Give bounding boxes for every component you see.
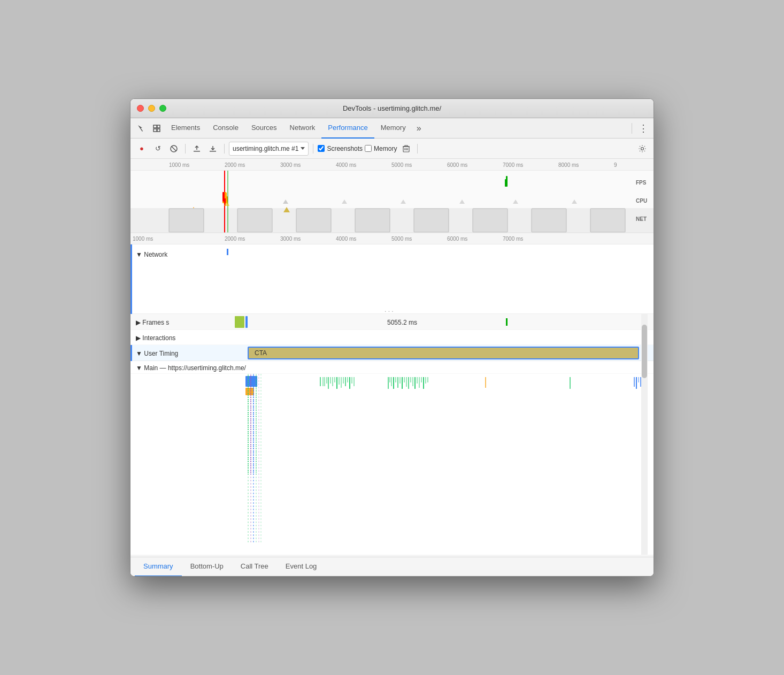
- svg-text:3000 ms: 3000 ms: [280, 162, 301, 168]
- svg-rect-41: [237, 209, 272, 232]
- svg-text:CPU: CPU: [636, 198, 647, 204]
- scrollable-section: ▶ Frames s 5055.2 ms ▶ Interactions: [130, 314, 654, 576]
- detail-svg: ▶ Frames s 5055.2 ms ▶ Interactions: [130, 314, 654, 557]
- svg-rect-94: [506, 318, 508, 326]
- svg-text:2000 ms: 2000 ms: [225, 236, 245, 242]
- toolbar-divider-1: [185, 144, 186, 154]
- window-title: DevTools - usertiming.glitch.me/: [343, 104, 441, 112]
- svg-rect-39: [130, 208, 654, 233]
- svg-text:4000 ms: 4000 ms: [336, 236, 356, 242]
- svg-text:. . .: . . .: [385, 306, 394, 313]
- settings-button[interactable]: [635, 142, 649, 156]
- screenshots-label: Screenshots: [327, 145, 363, 152]
- screenshots-checkbox[interactable]: [318, 145, 325, 152]
- download-button[interactable]: [206, 142, 220, 156]
- svg-text:1000 ms: 1000 ms: [169, 162, 189, 168]
- tab-more[interactable]: »: [412, 124, 426, 133]
- svg-rect-44: [414, 209, 449, 232]
- svg-text:7000 ms: 7000 ms: [503, 236, 523, 242]
- svg-rect-34: [130, 189, 654, 208]
- tab-event-log[interactable]: Event Log: [277, 557, 326, 577]
- svg-text:3000 ms: 3000 ms: [280, 236, 301, 242]
- tab-list: Elements Console Sources Network Perform…: [165, 118, 628, 139]
- svg-rect-100: [130, 345, 132, 361]
- tab-performance[interactable]: Performance: [321, 118, 374, 139]
- svg-rect-54: [222, 192, 225, 202]
- tab-network[interactable]: Network: [283, 118, 322, 139]
- svg-rect-55: [506, 176, 508, 187]
- svg-rect-102: [248, 347, 639, 359]
- svg-rect-110: [245, 388, 254, 395]
- svg-rect-109: [245, 376, 257, 387]
- record-button[interactable]: ●: [135, 142, 149, 156]
- reload-button[interactable]: ↺: [151, 142, 165, 156]
- svg-text:4000 ms: 4000 ms: [336, 162, 356, 168]
- tab-bottom-up[interactable]: Bottom-Up: [182, 557, 232, 577]
- svg-text:5000 ms: 5000 ms: [391, 236, 412, 242]
- tab-summary[interactable]: Summary: [135, 557, 182, 577]
- svg-line-5: [172, 147, 176, 151]
- svg-rect-47: [590, 209, 625, 232]
- profile-select[interactable]: usertiming.glitch.me #1: [229, 142, 309, 156]
- devtools-tab-bar: Elements Console Sources Network Perform…: [130, 118, 654, 139]
- svg-rect-6: [194, 151, 200, 152]
- tab-sources[interactable]: Sources: [245, 118, 283, 139]
- memory-group: Memory: [365, 145, 397, 152]
- svg-text:▼ Network: ▼ Network: [136, 251, 168, 258]
- inspect-icon[interactable]: [149, 121, 164, 136]
- svg-rect-81: [130, 244, 654, 314]
- overview-svg: 1000 ms 2000 ms 3000 ms 4000 ms 5000 ms …: [130, 159, 654, 314]
- tab-memory[interactable]: Memory: [374, 118, 412, 139]
- bottom-tabs: Summary Bottom-Up Call Tree Event Log: [130, 557, 654, 576]
- tab-console[interactable]: Console: [206, 118, 245, 139]
- traffic-lights: [137, 105, 166, 112]
- svg-text:▼ Main — https://usertiming.gl: ▼ Main — https://usertiming.glitch.me/: [136, 364, 247, 372]
- svg-rect-95: [130, 330, 654, 345]
- delete-button[interactable]: [399, 142, 413, 156]
- svg-rect-108: [130, 374, 654, 481]
- close-button[interactable]: [137, 105, 144, 112]
- svg-text:5055.2 ms: 5055.2 ms: [387, 319, 417, 326]
- kebab-menu[interactable]: ⋮: [635, 122, 651, 134]
- svg-rect-2: [157, 125, 160, 128]
- svg-text:▼ User Timing: ▼ User Timing: [136, 350, 178, 357]
- screenshots-group: Screenshots: [318, 145, 363, 152]
- cursor-icon[interactable]: [133, 121, 148, 136]
- upload-button[interactable]: [190, 142, 204, 156]
- tab-elements[interactable]: Elements: [165, 118, 206, 139]
- performance-container: 1000 ms 2000 ms 3000 ms 4000 ms 5000 ms …: [130, 159, 654, 576]
- svg-rect-93: [245, 316, 248, 328]
- maximize-button[interactable]: [159, 105, 166, 112]
- svg-rect-84: [227, 249, 228, 255]
- svg-text:5000 ms: 5000 ms: [391, 162, 412, 168]
- tab-divider: [632, 123, 632, 134]
- svg-rect-42: [296, 209, 331, 232]
- svg-rect-32: [130, 171, 654, 189]
- svg-text:1000 ms: 1000 ms: [133, 236, 153, 242]
- svg-text:NET: NET: [636, 216, 647, 222]
- svg-rect-40: [169, 209, 204, 232]
- memory-label: Memory: [374, 145, 397, 152]
- svg-text:6000 ms: 6000 ms: [447, 236, 467, 242]
- tab-call-tree[interactable]: Call Tree: [232, 557, 277, 577]
- svg-text:2000 ms: 2000 ms: [225, 162, 245, 168]
- stop-button[interactable]: [167, 142, 181, 156]
- profile-select-text: usertiming.glitch.me #1: [233, 145, 298, 152]
- memory-checkbox[interactable]: [365, 145, 372, 152]
- toolbar-divider-4: [417, 144, 418, 154]
- svg-rect-7: [210, 151, 216, 152]
- toolbar-divider-2: [224, 144, 225, 154]
- svg-point-12: [641, 147, 644, 150]
- svg-text:9: 9: [614, 162, 617, 168]
- svg-text:7000 ms: 7000 ms: [503, 162, 523, 168]
- svg-rect-1: [153, 129, 157, 132]
- svg-rect-43: [355, 209, 390, 232]
- title-bar: DevTools - usertiming.glitch.me/: [130, 99, 654, 118]
- performance-toolbar: ● ↺ usertiming.glitch.me #1 Screenshots …: [130, 139, 654, 159]
- svg-rect-3: [157, 129, 160, 132]
- svg-text:FPS: FPS: [636, 180, 647, 186]
- minimize-button[interactable]: [148, 105, 155, 112]
- devtools-window: DevTools - usertiming.glitch.me/ Element…: [130, 98, 654, 577]
- svg-text:▶ Frames s: ▶ Frames s: [136, 319, 169, 326]
- toolbar-divider-3: [313, 144, 313, 154]
